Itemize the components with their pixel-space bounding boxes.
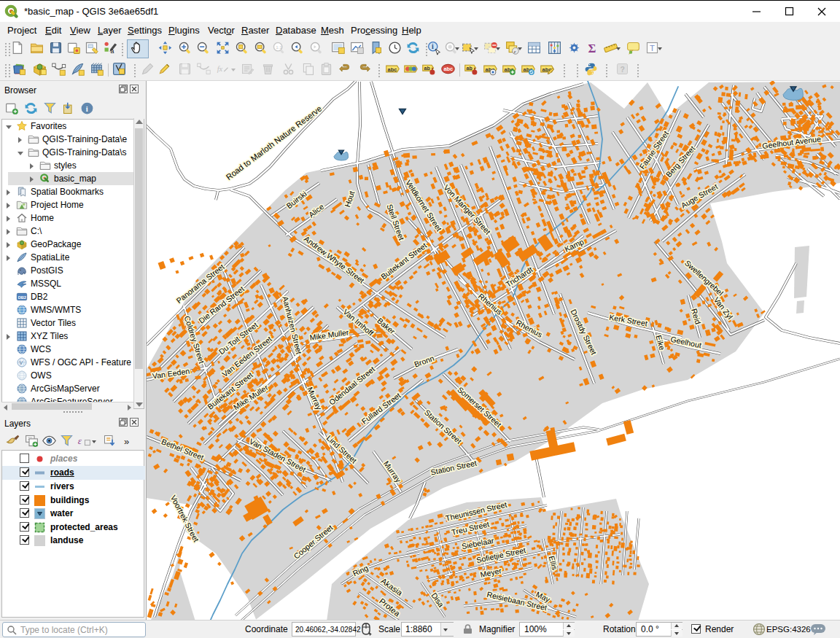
svg-text:i: i (432, 42, 434, 50)
svg-text:ab: ab (467, 66, 472, 71)
svg-text:fx: fx (217, 65, 223, 73)
svg-text:abc: abc (443, 66, 453, 72)
svg-text:V: V (20, 360, 23, 365)
svg-text:ab: ab (424, 66, 430, 71)
svg-text:a: a (110, 47, 114, 55)
svg-text:i: i (86, 105, 88, 113)
svg-text:?: ? (620, 65, 624, 74)
svg-text:ε: ε (78, 435, 82, 446)
svg-text:DB2: DB2 (18, 295, 26, 300)
svg-text:ε: ε (514, 49, 516, 55)
svg-text:Σ: Σ (588, 42, 596, 55)
svg-text:1:1: 1:1 (276, 44, 282, 50)
svg-text:abc: abc (388, 66, 397, 73)
svg-text:T: T (650, 44, 655, 52)
